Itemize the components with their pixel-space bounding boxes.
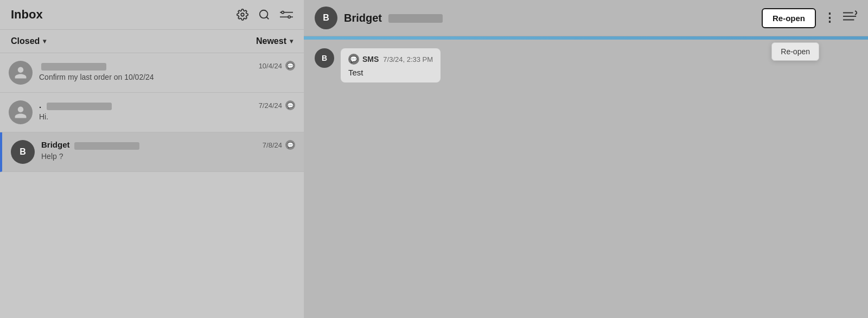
gear-icon[interactable] (237, 9, 248, 21)
right-header: B Bridget Re-open ⋮ (304, 0, 868, 36)
reopen-button[interactable]: Re-open (762, 8, 816, 28)
conversation-content: 10/4/24 💬 Confirm my last order on 10/02… (39, 61, 295, 81)
name-blurred (47, 103, 112, 110)
left-header: Inbox (0, 0, 304, 30)
message-text: Test (348, 68, 433, 77)
sms-label: SMS (362, 55, 379, 63)
contact-name-blurred (388, 14, 443, 23)
conversation-preview: Hi. (39, 112, 295, 121)
conversation-top: Bridget 7/8/24 💬 (41, 140, 295, 150)
conversation-item-active[interactable]: B Bridget 7/8/24 💬 Help ? (0, 132, 304, 172)
conversation-meta: 7/8/24 💬 (263, 140, 295, 150)
conversation-item[interactable]: . 7/24/24 💬 Hi. (0, 93, 304, 132)
message-time: 7/3/24, 2:33 PM (383, 55, 433, 63)
conversation-top: 10/4/24 💬 (39, 61, 295, 71)
avatar (9, 61, 33, 85)
right-panel: B Bridget Re-open ⋮ Re-open B (304, 0, 868, 318)
conversation-content: Bridget 7/8/24 💬 Help ? (41, 140, 295, 161)
sms-channel-icon: 💬 (285, 140, 295, 150)
conversation-list: 10/4/24 💬 Confirm my last order on 10/02… (0, 53, 304, 318)
svg-point-3 (282, 11, 284, 14)
messages-area: B 💬 SMS 7/3/24, 2:33 PM Test (304, 40, 868, 318)
blue-bar (304, 36, 868, 40)
conversation-date: 10/4/24 (259, 62, 282, 70)
svg-point-6 (288, 16, 290, 18)
conversation-top: . 7/24/24 💬 (39, 100, 295, 110)
message-avatar: B (315, 48, 334, 68)
filter-icon[interactable] (280, 9, 293, 21)
right-header-left: B Bridget (315, 7, 443, 29)
sms-label-row: 💬 SMS (348, 54, 379, 65)
sms-channel-icon: 💬 (285, 100, 295, 110)
contact-avatar: B (315, 7, 337, 29)
avatar: B (11, 140, 35, 164)
sms-channel-icon: 💬 (285, 61, 295, 71)
sort-chevron-icon: ▾ (290, 37, 293, 45)
contact-name: Bridget (344, 12, 443, 24)
message-bubble: 💬 SMS 7/3/24, 2:33 PM Test (341, 48, 441, 82)
conversation-name: Bridget (41, 140, 139, 149)
right-header-right: Re-open ⋮ (762, 8, 857, 28)
name-blurred (41, 63, 106, 71)
sort-filter-label: Newest (256, 36, 286, 46)
header-icons (237, 9, 293, 21)
sort-view-icon[interactable] (843, 10, 857, 26)
conversation-meta: 7/24/24 💬 (259, 100, 295, 110)
status-filter-label: Closed (11, 36, 40, 46)
inbox-title: Inbox (11, 8, 43, 22)
status-chevron-icon: ▾ (43, 37, 46, 45)
conversation-preview: Confirm my last order on 10/02/24 (39, 73, 295, 81)
conversation-preview: Help ? (41, 152, 295, 161)
conversation-name (39, 61, 106, 70)
svg-point-0 (241, 13, 244, 16)
sms-icon: 💬 (348, 54, 359, 65)
status-filter-button[interactable]: Closed ▾ (11, 36, 46, 46)
conversation-item[interactable]: 10/4/24 💬 Confirm my last order on 10/02… (0, 53, 304, 93)
reopen-dropdown[interactable]: Re-open (771, 42, 819, 61)
conversation-date: 7/24/24 (259, 101, 282, 110)
conversation-meta: 10/4/24 💬 (259, 61, 295, 71)
left-panel: Inbox (0, 0, 304, 318)
avatar (9, 100, 33, 124)
three-dots-menu-icon[interactable]: ⋮ (824, 11, 835, 25)
sort-filter-button[interactable]: Newest ▾ (256, 36, 293, 46)
conversation-date: 7/8/24 (263, 141, 282, 149)
conversation-name: . (39, 100, 112, 110)
svg-line-2 (266, 17, 269, 19)
search-icon[interactable] (258, 9, 270, 21)
conversation-content: . 7/24/24 💬 Hi. (39, 100, 295, 121)
message-header: 💬 SMS 7/3/24, 2:33 PM (348, 54, 433, 65)
name-blurred (74, 142, 139, 150)
filter-bar: Closed ▾ Newest ▾ (0, 30, 304, 53)
svg-point-1 (260, 10, 268, 18)
